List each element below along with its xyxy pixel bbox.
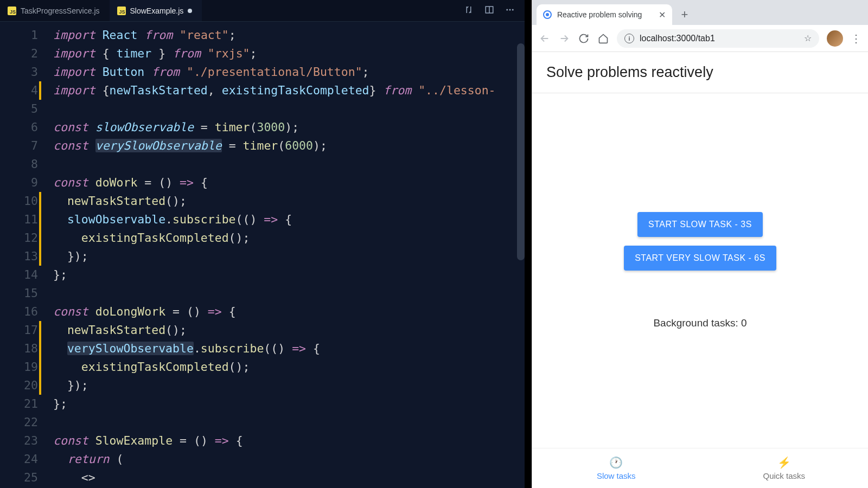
profile-avatar[interactable] — [827, 30, 843, 47]
start-slow-task-button[interactable]: START SLOW TASK - 3S — [637, 212, 763, 237]
editor-tab[interactable]: JS SlowExample.js — [110, 0, 202, 21]
tab-label: SlowExample.js — [130, 7, 184, 15]
site-info-icon[interactable]: i — [624, 34, 634, 43]
code-line[interactable]: const doWork = () => { — [53, 174, 496, 192]
line-number: 20 — [0, 376, 38, 395]
back-icon[interactable] — [539, 33, 551, 44]
home-icon[interactable] — [597, 33, 609, 44]
svg-point-3 — [509, 9, 511, 10]
dirty-indicator-icon — [188, 9, 192, 13]
editor-pane: JS TaskProgressService.jsJS SlowExample.… — [0, 0, 525, 488]
page-header: Solve problems reactively — [532, 52, 868, 93]
line-number: 5 — [0, 100, 38, 118]
code-line[interactable]: newTaskStarted(); — [53, 192, 496, 210]
line-number: 24 — [0, 450, 38, 468]
line-number: 4 — [0, 81, 38, 100]
browser-tabstrip: Reactive problem solving ✕ + — [532, 0, 868, 25]
line-number: 22 — [0, 413, 38, 432]
code-line[interactable]: }); — [53, 376, 496, 395]
new-tab-button[interactable]: + — [676, 7, 693, 23]
line-number: 8 — [0, 155, 38, 174]
code-line[interactable]: import React from "react"; — [53, 26, 496, 44]
reload-icon[interactable] — [578, 33, 590, 44]
code-line[interactable]: existingTaskCompleted(); — [53, 229, 496, 247]
editor-scrollbar[interactable] — [517, 43, 525, 260]
bolt-icon: ⚡ — [777, 456, 791, 469]
code-line[interactable]: }; — [53, 395, 496, 413]
line-number: 16 — [0, 303, 38, 321]
line-number: 25 — [0, 468, 38, 487]
code-line[interactable]: }; — [53, 266, 496, 284]
page-body: START SLOW TASK - 3S START VERY SLOW TAS… — [532, 93, 868, 448]
editor-tab-actions — [464, 5, 525, 17]
code-line[interactable] — [53, 100, 496, 118]
code-line[interactable]: import {newTaskStarted, existingTaskComp… — [53, 81, 496, 100]
split-editor-icon[interactable] — [484, 5, 494, 17]
nav-quick-tasks[interactable]: ⚡ Quick tasks — [700, 448, 869, 488]
line-number: 1 — [0, 26, 38, 44]
code-line[interactable]: const SlowExample = () => { — [53, 432, 496, 450]
line-number: 3 — [0, 63, 38, 81]
page-content: Solve problems reactively START SLOW TAS… — [532, 52, 868, 488]
code-line[interactable]: slowObservable.subscribe(() => { — [53, 210, 496, 229]
more-actions-icon[interactable] — [505, 5, 515, 17]
forward-icon[interactable] — [558, 33, 570, 44]
browser-pane: Reactive problem solving ✕ + i localhost… — [532, 0, 868, 488]
line-number: 12 — [0, 229, 38, 247]
code-editor[interactable]: 1234567891011121314151617181920212223242… — [0, 22, 525, 488]
svg-point-2 — [506, 9, 508, 10]
split-handle[interactable] — [525, 0, 532, 488]
bottom-nav: 🕐 Slow tasks ⚡ Quick tasks — [532, 448, 868, 488]
code-line[interactable]: <> — [53, 468, 496, 487]
line-number: 23 — [0, 432, 38, 450]
page-title: Solve problems reactively — [546, 64, 854, 81]
code-line[interactable]: const verySlowObservable = timer(6000); — [53, 137, 496, 155]
editor-tab-bar: JS TaskProgressService.jsJS SlowExample.… — [0, 0, 525, 22]
editor-tab[interactable]: JS TaskProgressService.js — [0, 0, 110, 21]
line-number: 19 — [0, 358, 38, 376]
line-number: 6 — [0, 118, 38, 137]
address-bar[interactable]: i localhost:3000/tab1 ☆ — [617, 29, 819, 48]
line-number: 9 — [0, 174, 38, 192]
line-number: 2 — [0, 44, 38, 63]
background-tasks-status: Background tasks: 0 — [653, 317, 746, 329]
svg-point-4 — [512, 9, 514, 10]
code-line[interactable]: return ( — [53, 450, 496, 468]
code-line[interactable]: const slowObservable = timer(3000); — [53, 118, 496, 137]
start-very-slow-task-button[interactable]: START VERY SLOW TASK - 6S — [624, 246, 776, 271]
code-line[interactable]: existingTaskCompleted(); — [53, 358, 496, 376]
code-line[interactable]: const doLongWork = () => { — [53, 303, 496, 321]
code-line[interactable] — [53, 284, 496, 303]
line-number: 10 — [0, 192, 38, 210]
close-tab-icon[interactable]: ✕ — [659, 10, 666, 20]
tab-label: TaskProgressService.js — [21, 7, 100, 15]
line-number: 7 — [0, 137, 38, 155]
js-file-icon: JS — [117, 7, 126, 15]
code-line[interactable] — [53, 413, 496, 432]
line-number: 14 — [0, 266, 38, 284]
js-file-icon: JS — [8, 7, 16, 15]
browser-toolbar: i localhost:3000/tab1 ☆ ⋮ — [532, 25, 868, 52]
bookmark-icon[interactable]: ☆ — [804, 33, 812, 43]
url-text: localhost:3000/tab1 — [640, 34, 715, 43]
browser-menu-icon[interactable]: ⋮ — [851, 32, 861, 45]
nav-slow-tasks[interactable]: 🕐 Slow tasks — [532, 448, 700, 488]
line-number: 17 — [0, 321, 38, 339]
line-number: 18 — [0, 339, 38, 358]
line-number: 11 — [0, 210, 38, 229]
line-number: 15 — [0, 284, 38, 303]
browser-tab[interactable]: Reactive problem solving ✕ — [537, 4, 672, 25]
code-line[interactable] — [53, 155, 496, 174]
line-number: 21 — [0, 395, 38, 413]
code-line[interactable]: verySlowObservable.subscribe(() => { — [53, 339, 496, 358]
browser-tab-title: Reactive problem solving — [557, 10, 642, 19]
background-tasks-count: 0 — [741, 317, 747, 329]
code-line[interactable]: newTaskStarted(); — [53, 321, 496, 339]
code-line[interactable]: }); — [53, 247, 496, 266]
line-number: 13 — [0, 247, 38, 266]
clock-icon: 🕐 — [609, 456, 623, 469]
favicon-icon — [543, 10, 552, 19]
code-line[interactable]: import Button from "./presentational/But… — [53, 63, 496, 81]
code-line[interactable]: import { timer } from "rxjs"; — [53, 44, 496, 63]
compare-changes-icon[interactable] — [464, 5, 474, 17]
